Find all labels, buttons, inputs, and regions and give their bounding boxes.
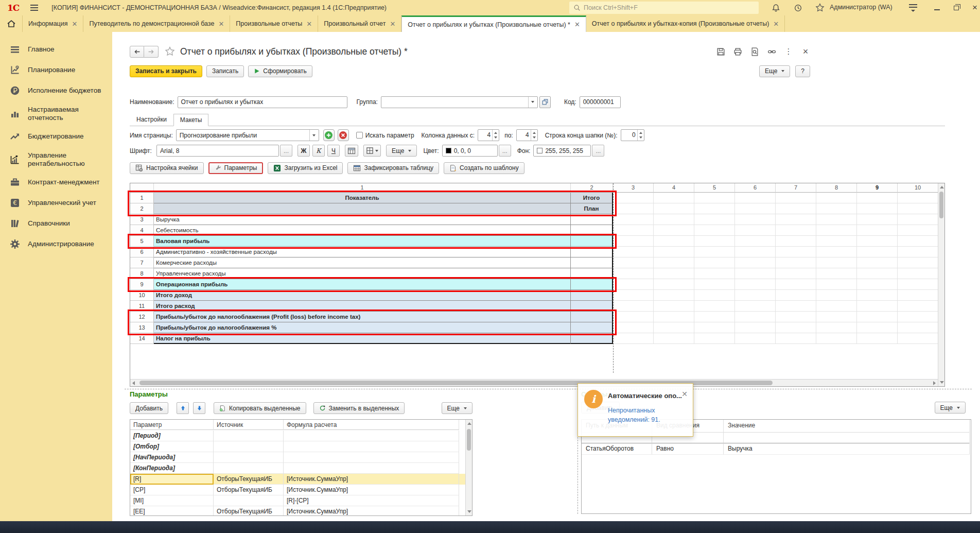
grid-cell-empty[interactable] [735,203,776,214]
header-end-spinner[interactable]: 0 [621,129,644,141]
replace-selected-button[interactable]: Заменить в выделенных [313,402,405,414]
grid-cell-empty[interactable] [816,290,857,301]
more-button[interactable]: Еще [759,65,790,77]
grid-cell-empty[interactable] [654,301,694,312]
current-user[interactable]: Администратор (WA) [830,4,892,11]
parameters-column-header[interactable]: Параметр [130,420,214,430]
grid-cell-empty[interactable] [694,333,735,344]
tab-layouts[interactable]: Макеты [173,114,209,126]
param-name-cell[interactable]: [MI] [130,495,214,506]
param-name-cell[interactable]: [Период] [130,431,214,441]
move-down-button[interactable] [193,402,205,414]
parameters-column-header[interactable]: Формула расчета [284,420,459,430]
grid-cell-empty[interactable] [735,279,776,290]
grid-row-header[interactable]: 3 [130,214,154,225]
grid-cell-empty[interactable] [735,236,776,247]
grid-column-header[interactable]: 10 [898,183,938,193]
grid-cell-empty[interactable] [857,236,898,247]
grid-cell-empty[interactable] [816,214,857,225]
param-name-cell[interactable]: [Отбор] [130,441,214,452]
filter-compare-cell[interactable]: Равно [652,443,724,455]
grid-column-header[interactable]: 6 [735,183,776,193]
grid-cell-empty[interactable] [735,290,776,301]
param-formula-cell[interactable] [284,452,459,463]
color-pick-button[interactable]: ... [499,145,511,157]
sidebar-item-bar-chart[interactable]: Настраиваемая отчетность [0,101,112,126]
grid-cell-empty[interactable] [694,257,735,268]
grid-row-header[interactable]: 14 [130,333,154,344]
grid-cell-empty[interactable] [613,290,654,301]
grid-column-header[interactable]: 8 [816,183,857,193]
param-formula-cell[interactable] [284,463,459,474]
grid-horizontal-scrollbar[interactable] [130,379,938,386]
italic-button[interactable]: К [312,145,325,157]
param-source-cell[interactable] [214,452,284,463]
grid-cell-empty[interactable] [898,214,938,225]
grid-cell-empty[interactable] [654,193,694,203]
grid-cell-empty[interactable] [694,322,735,333]
grid-cell-empty[interactable] [613,301,654,312]
grid-cell-empty[interactable] [898,257,938,268]
param-formula-cell[interactable] [284,441,459,452]
grid-row-header[interactable]: 7 [130,257,154,268]
grid-cell-label[interactable]: Прибыль/убыток до налогооблажения (Profi… [154,312,571,322]
window-tab[interactable]: Произвольный отчет✕ [318,15,401,32]
grid-cell-total[interactable] [571,214,613,225]
grid-cell-empty[interactable] [857,312,898,322]
window-tab[interactable]: Путеводитель по демонстрационной базе✕ [83,15,230,32]
save-icon[interactable] [716,47,725,56]
delete-page-button[interactable] [338,129,349,141]
parameter-row[interactable]: [CP]ОтборыТекущаяИБ[Источник.СуммаУпр] [130,485,465,495]
grid-cell-label[interactable]: Показатель [154,193,571,203]
parameter-row[interactable]: [Отбор] [130,441,465,452]
history-icon[interactable] [793,3,803,13]
grid-cell-empty[interactable] [613,279,654,290]
param-name-cell[interactable]: [КонПериода] [130,463,214,474]
grid-cell-empty[interactable] [735,312,776,322]
grid-cell-empty[interactable] [654,236,694,247]
grid-cell-empty[interactable] [735,225,776,236]
save-button[interactable]: Записать [206,65,244,77]
grid-cell-label[interactable]: Итого доход [154,290,571,301]
grid-column-header[interactable]: 2 [571,183,613,193]
grid-cell-label[interactable]: Себестоимость [154,225,571,236]
grid-cell-empty[interactable] [735,193,776,203]
main-menu-icon[interactable] [30,5,38,11]
grid-cell-empty[interactable] [776,225,816,236]
grid-cell-empty[interactable] [898,312,938,322]
tab-settings[interactable]: Настройки [130,113,173,126]
grid-cell-empty[interactable] [857,257,898,268]
restore-window-icon[interactable] [951,3,961,13]
grid-cell-empty[interactable] [735,322,776,333]
parameter-row[interactable]: [EE]ОтборыТекущаяИБ[Источник.СуммаУпр] [130,506,465,515]
favorites-star-icon[interactable] [815,3,825,13]
close-form-icon[interactable]: × [801,47,810,56]
window-tab[interactable]: Произвольные отчеты✕ [230,15,318,32]
add-page-button[interactable] [323,129,335,141]
grid-cell-empty[interactable] [613,268,654,279]
param-source-cell[interactable]: ОтборыТекущаяИБ [214,485,284,495]
bg-input[interactable]: 255, 255, 255 [533,145,591,157]
sidebar-item-ruble-circle[interactable]: Исполнение бюджетов [0,80,112,101]
grid-row-header[interactable]: 2 [130,203,154,214]
filter-path-cell[interactable]: СтатьяОборотов [582,443,652,455]
grid-cell-empty[interactable] [694,203,735,214]
grid-cell-label[interactable]: Операционная прибыль [154,279,571,290]
grid-cell-label[interactable]: Комерческие расходы [154,257,571,268]
grid-row-header[interactable]: 9 [130,279,154,290]
grid-cell-empty[interactable] [898,203,938,214]
grid-cell-empty[interactable] [857,268,898,279]
grid-cell-empty[interactable] [654,290,694,301]
grid-cell-empty[interactable] [694,301,735,312]
grid-cell-empty[interactable] [857,214,898,225]
param-formula-cell[interactable]: [R]-[CP] [284,495,459,506]
grid-cell-empty[interactable] [898,290,938,301]
grid-cell-empty[interactable] [898,301,938,312]
grid-cell-empty[interactable] [898,193,938,203]
param-source-cell[interactable]: ОтборыТекущаяИБ [214,474,284,485]
grid-cell-empty[interactable] [816,312,857,322]
help-button[interactable]: ? [795,65,810,77]
more-actions-icon[interactable]: ⋮ [784,47,793,56]
grid-vertical-scrollbar[interactable] [938,183,944,386]
grid-cell-empty[interactable] [735,247,776,257]
